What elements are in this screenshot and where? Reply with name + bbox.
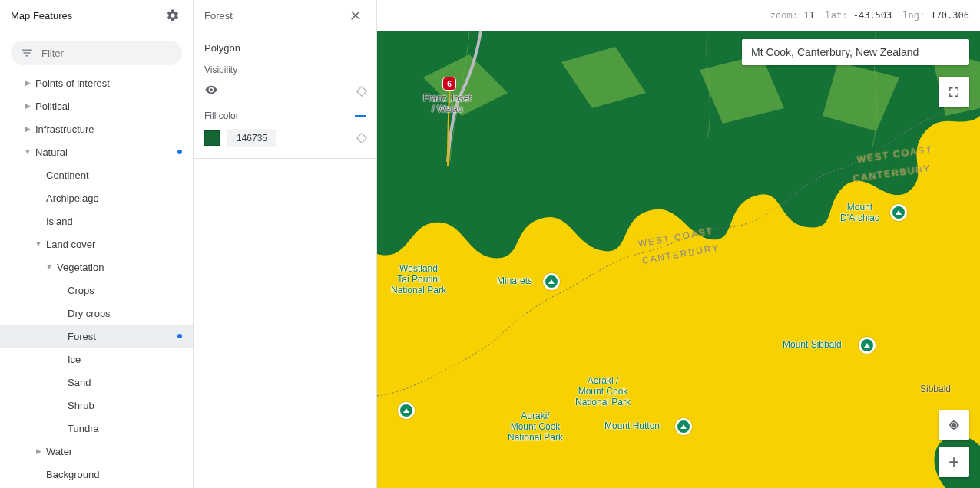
map-search-value: Mt Cook, Canterbury, New Zealand: [751, 46, 919, 58]
tree-item-label: Dry crops: [68, 308, 182, 319]
tree-item-continent[interactable]: Continent: [0, 163, 193, 186]
modified-indicator: [177, 334, 182, 338]
tree-item-land-cover[interactable]: ▼Land cover: [0, 232, 193, 256]
zoom-value: 11: [803, 10, 814, 21]
filter-input[interactable]: [40, 47, 173, 60]
tree-item-label: Tundra: [68, 423, 182, 434]
tree-item-label: Water: [46, 446, 182, 457]
gear-icon: [166, 8, 180, 22]
modified-indicator: [177, 150, 182, 154]
filter-area[interactable]: [11, 41, 182, 65]
section-title-polygon: Polygon: [204, 42, 366, 54]
lng-value: 170.306: [930, 10, 969, 21]
tree-item-forest[interactable]: Forest: [0, 325, 193, 348]
lat-value: -43.503: [853, 10, 892, 21]
lng-label: lng:: [902, 10, 925, 21]
chevron-right-icon: ▶: [23, 124, 32, 134]
tree-item-political[interactable]: ▶Political: [0, 94, 193, 117]
visibility-toggle[interactable]: [204, 83, 218, 100]
tree-item-points-of-interest[interactable]: ▶Points of interest: [0, 71, 193, 94]
panel-title: Forest: [204, 10, 347, 21]
tree-item-label: Infrastructure: [35, 124, 182, 135]
tree-item-label: Forest: [68, 331, 174, 342]
tree-item-label: Points of interest: [35, 77, 182, 89]
visibility-label-text: Visibility: [204, 64, 237, 75]
coord-bar: zoom: 11 lat: -43.503 lng: 170.306: [377, 0, 980, 31]
map-svg: [377, 31, 980, 488]
chevron-down-icon: ▼: [45, 262, 54, 272]
fill-row: [204, 129, 366, 147]
tree-item-label: Ice: [68, 354, 182, 365]
tree-item-archipelago[interactable]: Archipelago: [0, 186, 193, 209]
tree-item-water[interactable]: ▶Water: [0, 440, 193, 463]
filter-icon: [20, 46, 34, 60]
zoom-label: zoom:: [770, 10, 798, 21]
tree-item-label: Continent: [46, 170, 182, 181]
chevron-down-icon: ▼: [23, 147, 32, 157]
eye-icon: [204, 83, 218, 97]
panel-close-button[interactable]: [347, 6, 366, 25]
visibility-label: Visibility: [204, 64, 366, 75]
fullscreen-button[interactable]: [939, 77, 969, 107]
feature-tree: ▶Points of interest▶Political▶Infrastruc…: [0, 71, 193, 488]
features-sidebar: Map Features ▶Points of interest▶Politic…: [0, 0, 194, 488]
map-area[interactable]: zoom: 11 lat: -43.503 lng: 170.306: [377, 0, 980, 488]
tree-item-background[interactable]: Background: [0, 463, 193, 486]
tree-item-infrastructure[interactable]: ▶Infrastructure: [0, 117, 193, 140]
tree-item-island[interactable]: Island: [0, 209, 193, 232]
tree-item-label: Shrub: [68, 400, 182, 411]
map-search[interactable]: Mt Cook, Canterbury, New Zealand: [742, 39, 969, 65]
fullscreen-icon: [947, 85, 961, 99]
close-icon: [349, 8, 363, 22]
tree-item-label: Vegetation: [57, 262, 182, 273]
tree-item-ice[interactable]: Ice: [0, 348, 193, 371]
fill-active-underline: [355, 115, 366, 117]
filter-wrap: [0, 31, 193, 71]
sidebar-header: Map Features: [0, 0, 193, 31]
app-root: Map Features ▶Points of interest▶Politic…: [0, 0, 980, 488]
tree-item-sand[interactable]: Sand: [0, 371, 193, 394]
chevron-right-icon: ▶: [34, 447, 43, 456]
styler-inherit-indicator[interactable]: [356, 86, 367, 97]
tree-item-shrub[interactable]: Shrub: [0, 394, 193, 417]
crosshair-icon: [947, 418, 961, 432]
tree-item-label: Land cover: [46, 239, 182, 250]
detail-panel: Forest Polygon Visibility Fill color: [194, 0, 377, 488]
tree-item-label: Natural: [35, 147, 174, 158]
tree-item-vegetation[interactable]: ▼Vegetation: [0, 256, 193, 279]
tree-item-label: Archipelago: [46, 193, 182, 204]
chevron-right-icon: ▶: [23, 101, 32, 110]
chevron-right-icon: ▶: [23, 78, 32, 87]
tree-item-tundra[interactable]: Tundra: [0, 417, 193, 440]
zoom-in-button[interactable]: +: [939, 447, 969, 477]
fill-hex-input[interactable]: [227, 129, 276, 147]
fill-swatch[interactable]: [204, 130, 220, 146]
tree-item-natural[interactable]: ▼Natural: [0, 140, 193, 163]
tree-item-dry-crops[interactable]: Dry crops: [0, 302, 193, 325]
chevron-down-icon: ▼: [34, 239, 43, 249]
tree-item-crops[interactable]: Crops: [0, 279, 193, 302]
plus-icon: +: [949, 451, 959, 473]
sidebar-title: Map Features: [11, 10, 164, 21]
locate-button[interactable]: [939, 410, 969, 440]
panel-header: Forest: [194, 0, 376, 31]
lat-label: lat:: [826, 10, 848, 21]
settings-button[interactable]: [164, 6, 182, 25]
tree-item-label: Island: [46, 216, 182, 227]
fill-label-text: Fill color: [204, 110, 239, 121]
tree-item-label: Crops: [68, 285, 182, 296]
tree-item-label: Background: [46, 469, 182, 480]
polygon-section: Polygon Visibility Fill color: [194, 31, 376, 159]
fill-label: Fill color: [204, 110, 366, 121]
visibility-row: [204, 83, 366, 100]
tree-item-label: Sand: [68, 377, 182, 388]
map-canvas[interactable]: 6 Franz Josef / Waiau WEST COAST CANTERB…: [377, 31, 980, 488]
styler-inherit-indicator-fill[interactable]: [356, 133, 367, 143]
tree-item-label: Political: [35, 101, 182, 112]
